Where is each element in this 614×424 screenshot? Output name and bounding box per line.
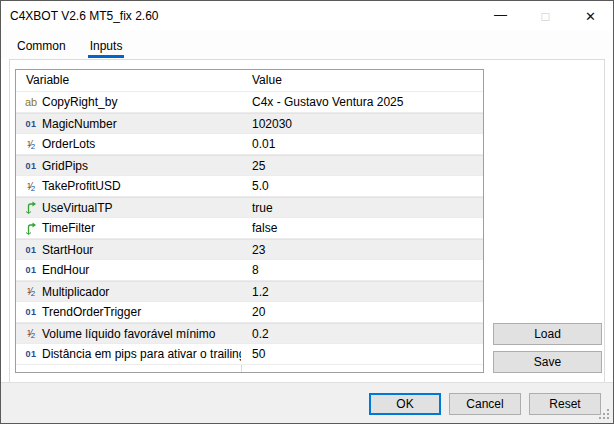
table-body: ab CopyRight_by C4x - Gustavo Ventura 20… xyxy=(16,92,483,365)
table-row[interactable]: UseVirtualTP true xyxy=(16,197,483,218)
table-row[interactable]: 01 EndHour 8 xyxy=(16,260,483,281)
variable-value[interactable]: 50 xyxy=(241,344,483,364)
variable-cell: 01 GridPips xyxy=(16,156,241,175)
parameters-table: Variable Value ab CopyRight_by C4x - Gus… xyxy=(15,69,484,373)
table-row[interactable]: 01 GridPips 25 xyxy=(16,155,483,176)
variable-name: UseVirtualTP xyxy=(42,201,112,215)
variable-cell: 01 StartHour xyxy=(16,240,241,259)
double-icon: 1⁄2 xyxy=(23,328,39,339)
integer-icon: 01 xyxy=(23,119,39,129)
variable-value[interactable]: 102030 xyxy=(241,114,483,133)
variable-cell: 1⁄2 OrderLots xyxy=(16,134,241,154)
ok-button[interactable]: OK xyxy=(369,393,441,415)
integer-icon: 01 xyxy=(23,245,39,255)
minimize-button[interactable]: — xyxy=(478,1,523,31)
load-button[interactable]: Load xyxy=(493,323,602,345)
variable-value[interactable]: false xyxy=(241,218,483,238)
variable-value[interactable]: 5.0 xyxy=(241,176,483,196)
double-icon: 1⁄2 xyxy=(23,181,39,192)
variable-name: TakeProfitUSD xyxy=(42,179,121,193)
double-icon: 1⁄2 xyxy=(23,286,39,297)
variable-name: Distância em pips para ativar o trailing xyxy=(42,347,241,361)
variable-name: TrendOrderTrigger xyxy=(42,305,141,319)
variable-value[interactable]: true xyxy=(241,198,483,217)
title-bar[interactable]: C4XBOT V2.6 MT5_fix 2.60 — □ ✕ xyxy=(1,1,613,31)
variable-name: EndHour xyxy=(42,263,89,277)
column-header-value: Value xyxy=(241,70,483,91)
integer-icon: 01 xyxy=(23,161,39,171)
variable-cell: 1⁄2 TakeProfitUSD xyxy=(16,176,241,196)
variable-cell: 01 MagicNumber xyxy=(16,114,241,133)
integer-icon: 01 xyxy=(23,349,39,359)
inputs-dialog: C4XBOT V2.6 MT5_fix 2.60 — □ ✕ Common In… xyxy=(0,0,614,424)
table-row[interactable]: 01 MagicNumber 102030 xyxy=(16,113,483,134)
bottom-bar xyxy=(1,382,613,423)
boolean-icon xyxy=(23,201,39,214)
variable-value[interactable]: 8 xyxy=(241,260,483,280)
integer-icon: 01 xyxy=(23,307,39,317)
variable-value[interactable]: C4x - Gustavo Ventura 2025 xyxy=(241,92,483,112)
variable-cell: 01 TrendOrderTrigger xyxy=(16,302,241,322)
variable-name: GridPips xyxy=(42,159,88,173)
variable-value[interactable]: 25 xyxy=(241,156,483,175)
resize-grip[interactable] xyxy=(599,409,609,419)
variable-cell: ab CopyRight_by xyxy=(16,92,241,112)
table-row[interactable]: 01 StartHour 23 xyxy=(16,239,483,260)
variable-name: TimeFilter xyxy=(42,221,95,235)
tab-inputs[interactable]: Inputs xyxy=(88,35,125,59)
cancel-button[interactable]: Cancel xyxy=(449,393,521,415)
variable-cell: 01 Distância em pips para ativar o trail… xyxy=(16,344,241,364)
minimize-icon: — xyxy=(494,7,507,22)
caption-buttons: — □ ✕ xyxy=(478,1,613,31)
variable-value[interactable]: 0.01 xyxy=(241,134,483,154)
table-row[interactable]: 01 Distância em pips para ativar o trail… xyxy=(16,344,483,365)
variable-value[interactable]: 23 xyxy=(241,240,483,259)
table-row[interactable]: 1⁄2 Volume líquido favorável mínimo 0.2 xyxy=(16,323,483,344)
variable-cell: UseVirtualTP xyxy=(16,198,241,217)
variable-cell: 01 EndHour xyxy=(16,260,241,280)
variable-cell: TimeFilter xyxy=(16,218,241,238)
column-header-variable: Variable xyxy=(16,70,241,91)
save-button[interactable]: Save xyxy=(493,351,602,373)
table-row[interactable]: ab CopyRight_by C4x - Gustavo Ventura 20… xyxy=(16,92,483,113)
tab-strip: Common Inputs xyxy=(1,31,613,59)
variable-name: CopyRight_by xyxy=(42,95,117,109)
table-row[interactable]: 1⁄2 Multiplicador 1.2 xyxy=(16,281,483,302)
double-icon: 1⁄2 xyxy=(23,139,39,150)
table-row[interactable]: 1⁄2 TakeProfitUSD 5.0 xyxy=(16,176,483,197)
close-button[interactable]: ✕ xyxy=(568,1,613,31)
close-icon: ✕ xyxy=(585,9,596,24)
maximize-button[interactable]: □ xyxy=(523,1,568,31)
table-row[interactable]: TimeFilter false xyxy=(16,218,483,239)
variable-name: Multiplicador xyxy=(42,285,109,299)
variable-name: MagicNumber xyxy=(42,117,117,131)
tab-common[interactable]: Common xyxy=(15,35,68,59)
boolean-icon xyxy=(23,222,39,235)
variable-name: Volume líquido favorável mínimo xyxy=(42,327,215,341)
window-title: C4XBOT V2.6 MT5_fix 2.60 xyxy=(1,9,159,23)
reset-button[interactable]: Reset xyxy=(529,393,601,415)
variable-value[interactable]: 20 xyxy=(241,302,483,322)
variable-name: OrderLots xyxy=(42,137,95,151)
table-row[interactable]: 01 TrendOrderTrigger 20 xyxy=(16,302,483,323)
maximize-icon: □ xyxy=(542,9,550,24)
variable-cell: 1⁄2 Volume líquido favorável mínimo xyxy=(16,324,241,343)
table-row[interactable]: 1⁄2 OrderLots 0.01 xyxy=(16,134,483,155)
variable-name: StartHour xyxy=(42,243,93,257)
variable-value[interactable]: 1.2 xyxy=(241,282,483,301)
variable-value[interactable]: 0.2 xyxy=(241,324,483,343)
table-header: Variable Value xyxy=(16,70,483,92)
variable-cell: 1⁄2 Multiplicador xyxy=(16,282,241,301)
string-icon: ab xyxy=(23,96,39,108)
integer-icon: 01 xyxy=(23,265,39,275)
